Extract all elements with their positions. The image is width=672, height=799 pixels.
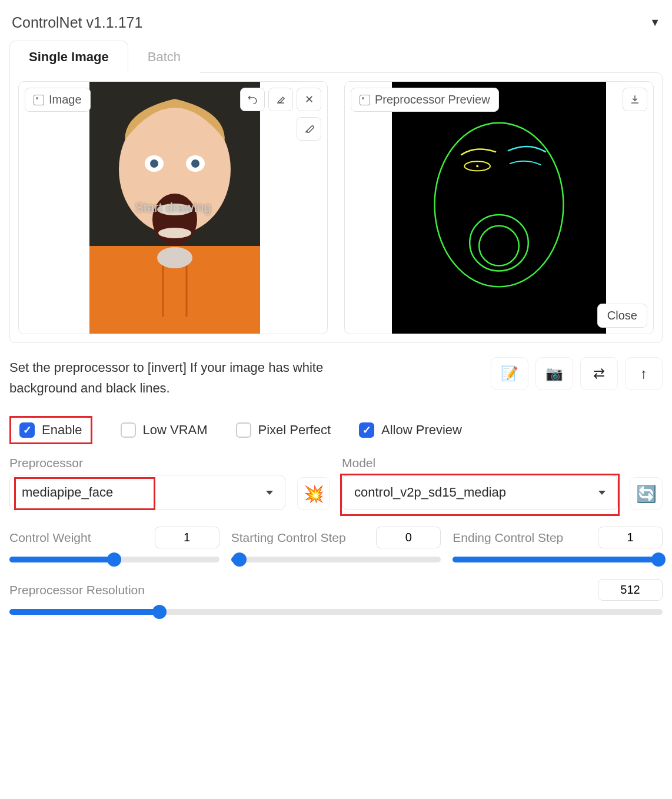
create-canvas-button[interactable]: 📝 [491, 357, 528, 390]
svg-point-9 [158, 228, 191, 238]
low-vram-checkbox[interactable]: Low VRAM [121, 416, 208, 444]
clear-button[interactable]: ✕ [297, 88, 321, 111]
preview-image-box: Preprocessor Preview Close [344, 81, 654, 334]
chevron-down-icon [598, 491, 606, 495]
start-step-slider[interactable] [231, 557, 441, 562]
pixel-perfect-checkbox[interactable]: Pixel Perfect [236, 416, 331, 444]
model-label: Model [342, 456, 618, 470]
collapse-toggle-icon[interactable]: ▼ [650, 16, 660, 29]
svg-point-6 [191, 159, 199, 168]
end-step-label: Ending Control Step [453, 531, 591, 545]
send-button[interactable]: ↑ [625, 357, 663, 390]
preprocessor-preview-image [392, 82, 606, 334]
image-icon [360, 95, 370, 105]
panel-title: ControlNet v1.1.171 [12, 14, 142, 31]
refresh-models-button[interactable]: 🔄 [630, 477, 663, 510]
undo-button[interactable] [240, 88, 265, 111]
draw-overlay-text: Start drawing [135, 200, 211, 215]
webcam-button[interactable]: 📷 [535, 357, 573, 390]
enable-checkbox[interactable]: Enable [9, 416, 92, 444]
preview-label-text: Preprocessor Preview [375, 93, 490, 106]
svg-point-14 [476, 165, 478, 167]
model-select[interactable]: control_v2p_sd15_mediap [342, 475, 618, 510]
resolution-slider[interactable] [9, 609, 663, 615]
tab-content: Image ✕ [9, 72, 663, 343]
svg-point-10 [157, 247, 192, 268]
control-weight-input[interactable] [155, 527, 219, 548]
hint-text: Set the preprocessor to [invert] If your… [9, 357, 362, 398]
checkbox-label: Enable [42, 422, 82, 438]
checkbox-box [236, 422, 251, 438]
preview-label: Preprocessor Preview [351, 88, 499, 112]
preprocessor-select[interactable]: mediapipe_face [9, 475, 285, 510]
image-icon [34, 95, 44, 105]
brush-button[interactable] [297, 117, 321, 141]
checkbox-label: Low VRAM [143, 422, 208, 438]
end-step-input[interactable] [598, 527, 663, 548]
checkbox-label: Allow Preview [381, 422, 462, 438]
control-weight-label: Control Weight [9, 531, 148, 545]
image-label: Image [25, 88, 91, 112]
control-weight-slider[interactable] [9, 557, 219, 562]
run-preprocessor-button[interactable]: 💥 [297, 477, 330, 510]
close-preview-button[interactable]: Close [597, 304, 647, 328]
checkbox-box [19, 422, 35, 438]
preprocessor-label: Preprocessor [9, 456, 285, 470]
checkbox-box [121, 422, 136, 438]
chevron-down-icon [266, 491, 273, 495]
svg-point-5 [150, 159, 158, 168]
input-image-box[interactable]: Image ✕ [18, 81, 328, 334]
image-label-text: Image [49, 93, 82, 106]
checkbox-label: Pixel Perfect [258, 422, 331, 438]
start-step-label: Starting Control Step [231, 531, 370, 545]
swap-button[interactable]: ⇄ [580, 357, 618, 390]
checkbox-box [359, 422, 374, 438]
tab-batch[interactable]: Batch [128, 41, 200, 73]
end-step-slider[interactable] [453, 557, 663, 562]
svg-rect-11 [405, 82, 593, 334]
start-step-input[interactable] [376, 527, 441, 548]
download-button[interactable] [623, 88, 647, 111]
tab-single-image[interactable]: Single Image [9, 41, 128, 73]
allow-preview-checkbox[interactable]: Allow Preview [359, 416, 462, 444]
resolution-input[interactable] [598, 579, 663, 601]
resolution-label: Preprocessor Resolution [9, 583, 591, 597]
model-value: control_v2p_sd15_mediap [354, 485, 506, 500]
tabs: Single Image Batch [9, 41, 663, 73]
preprocessor-value: mediapipe_face [22, 485, 113, 500]
erase-button[interactable] [268, 88, 293, 111]
